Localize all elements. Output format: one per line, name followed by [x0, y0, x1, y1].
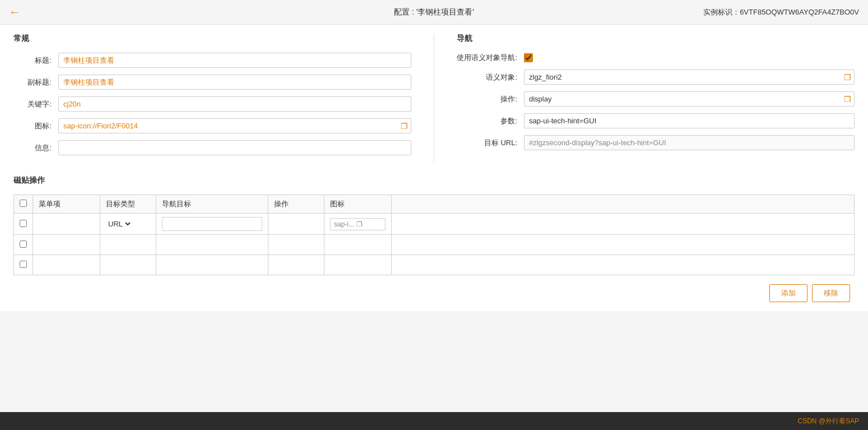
row3-icon-cell	[324, 255, 392, 275]
col-header-menu-item: 菜单项	[33, 195, 100, 214]
keyword-label: 关键字:	[13, 99, 58, 109]
back-button[interactable]: ←	[9, 6, 20, 19]
row2-icon-cell	[324, 235, 392, 255]
row3-target-type-cell	[100, 255, 156, 275]
params-input[interactable]	[524, 113, 855, 128]
subtitle-row: 副标题:	[13, 75, 411, 90]
top-sections: 常规 标题: 副标题: 关键字:	[13, 34, 855, 162]
subtitle-label: 副标题:	[13, 77, 58, 87]
row1-icon-text: sap-i...	[334, 220, 354, 228]
operation-copy-button[interactable]: ❐	[844, 95, 851, 104]
main-content: 常规 标题: 副标题: 关键字:	[0, 25, 868, 311]
operation-input-wrapper: ❐	[524, 91, 855, 107]
select-all-checkbox[interactable]	[20, 200, 27, 207]
row2-nav-target-cell	[156, 235, 268, 255]
target-url-row: 目标 URL:	[457, 135, 855, 150]
semantic-object-copy-button[interactable]: ❐	[844, 73, 851, 82]
header: ← 配置 : '李钢柱项目查看' 实例标识：6VTF85OQWTW6AYQ2FA…	[0, 0, 868, 25]
col-header-extra	[392, 195, 855, 214]
params-row: 参数:	[457, 113, 855, 128]
row3-operation-cell	[268, 255, 324, 275]
target-url-input	[524, 135, 855, 150]
icon-row: 图标: ❐	[13, 118, 411, 133]
nav-section: 导航 使用语义对象导航: 语义对象: ❐ 操作:	[434, 34, 855, 162]
action-buttons-row: 添加 移除	[13, 284, 855, 302]
table-row: URL App sap-i... ❐	[14, 214, 855, 235]
operation-row: 操作: ❐	[457, 91, 855, 107]
row3-extra-cell	[392, 255, 855, 275]
footer: CSDN @外行看SAP	[0, 412, 868, 430]
target-url-input-wrapper	[524, 135, 855, 150]
info-input[interactable]	[58, 140, 411, 155]
params-input-wrapper	[524, 113, 855, 128]
row2-menu-item-cell	[33, 235, 100, 255]
semantic-object-input-wrapper: ❐	[524, 70, 855, 85]
operation-input[interactable]	[524, 91, 855, 107]
col-header-nav-target: 导航目标	[156, 195, 268, 214]
tile-section: 磁贴操作 菜单项 目标类型 导航目标 操作 图标	[13, 175, 855, 302]
title-label: 标题:	[13, 56, 58, 66]
icon-label: 图标:	[13, 121, 58, 131]
row1-target-type-wrapper: URL App	[106, 219, 150, 229]
keyword-row: 关键字:	[13, 96, 411, 112]
subtitle-input[interactable]	[58, 75, 411, 90]
subtitle-input-wrapper	[58, 75, 411, 90]
header-title: 配置 : '李钢柱项目查看'	[394, 7, 474, 17]
table-row	[14, 235, 855, 255]
keyword-input[interactable]	[58, 96, 411, 112]
title-input-wrapper	[58, 53, 411, 68]
info-row: 信息:	[13, 140, 411, 155]
tile-table-header-row: 菜单项 目标类型 导航目标 操作 图标	[14, 195, 855, 214]
title-input[interactable]	[58, 53, 411, 68]
row2-extra-cell	[392, 235, 855, 255]
row1-operation-input[interactable]	[274, 220, 318, 228]
use-semantic-checkbox[interactable]	[524, 53, 533, 62]
title-row: 标题:	[13, 53, 411, 68]
tile-table: 菜单项 目标类型 导航目标 操作 图标	[13, 195, 855, 275]
info-label: 信息:	[13, 143, 58, 153]
general-section: 常规 标题: 副标题: 关键字:	[13, 34, 434, 162]
semantic-object-input[interactable]	[524, 70, 855, 85]
row3-checkbox-cell	[14, 255, 33, 275]
icon-copy-button[interactable]: ❐	[401, 122, 408, 131]
semantic-object-label: 语义对象:	[457, 72, 524, 82]
row2-operation-cell	[268, 235, 324, 255]
row1-target-type-cell: URL App	[100, 214, 156, 235]
use-semantic-label: 使用语义对象导航:	[457, 53, 524, 63]
params-label: 参数:	[457, 116, 524, 126]
info-input-wrapper	[58, 140, 411, 155]
col-header-target-type: 目标类型	[100, 195, 156, 214]
footer-text: CSDN @外行看SAP	[797, 417, 859, 426]
row1-menu-item-cell	[33, 214, 100, 235]
row3-checkbox[interactable]	[20, 261, 27, 268]
nav-title: 导航	[457, 34, 855, 44]
row1-operation-cell	[268, 214, 324, 235]
row3-menu-item-cell	[33, 255, 100, 275]
icon-input-wrapper: ❐	[58, 118, 411, 133]
row1-nav-target-input[interactable]	[162, 217, 262, 231]
row1-extra-cell	[392, 214, 855, 235]
row1-icon-copy-button[interactable]: ❐	[356, 220, 363, 228]
row1-checkbox[interactable]	[20, 220, 27, 227]
row1-icon-wrapper: sap-i... ❐	[330, 218, 386, 230]
row3-nav-target-cell	[156, 255, 268, 275]
row1-menu-item-input[interactable]	[39, 220, 94, 228]
row2-checkbox[interactable]	[20, 241, 27, 248]
remove-button[interactable]: 移除	[812, 284, 850, 302]
col-header-checkbox	[14, 195, 33, 214]
col-header-icon: 图标	[324, 195, 392, 214]
add-button[interactable]: 添加	[769, 284, 807, 302]
use-semantic-row: 使用语义对象导航:	[457, 53, 855, 63]
use-semantic-checkbox-wrapper	[524, 53, 533, 62]
row1-nav-target-cell	[156, 214, 268, 235]
tile-section-title: 磁贴操作	[13, 175, 855, 186]
table-row	[14, 255, 855, 275]
target-url-label: 目标 URL:	[457, 138, 524, 148]
row1-icon-cell: sap-i... ❐	[324, 214, 392, 235]
row1-target-type-select[interactable]: URL App	[106, 219, 132, 229]
semantic-object-row: 语义对象: ❐	[457, 70, 855, 85]
row1-checkbox-cell	[14, 214, 33, 235]
row2-checkbox-cell	[14, 235, 33, 255]
keyword-input-wrapper	[58, 96, 411, 112]
icon-input[interactable]	[58, 118, 411, 133]
